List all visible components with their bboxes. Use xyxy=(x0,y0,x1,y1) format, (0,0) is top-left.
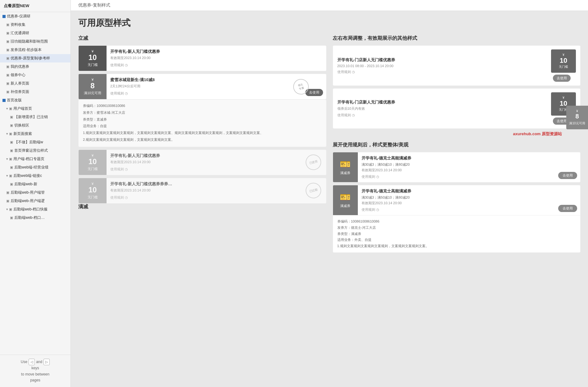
coupon-rule-c4[interactable]: 使用规则 ◷ xyxy=(110,195,322,200)
sidebar-item-label: 优惠券-仅调研 xyxy=(7,14,30,19)
sidebar-item-label: 用户端-档口专题页 xyxy=(13,156,44,162)
coupon-name-c3: 开学有礼-新人无门槛优惠券 xyxy=(110,153,322,159)
sidebar-item-s20[interactable]: ▾ ▣ 后勤web端-链接c xyxy=(0,172,71,180)
coupon-right-c3: 开学有礼-新人无门槛优惠券 有效期至2023.10.14 20:00 使用规则 … xyxy=(107,150,326,175)
right-coupon-name-r1: 开学有礼-门店新人无门槛优惠券 xyxy=(337,57,548,63)
sidebar-item-s14[interactable]: ▣ 切换校区 xyxy=(0,121,71,130)
sidebar-item-label: 发券流程-初步版本 xyxy=(11,47,42,53)
sidebar-item-s24[interactable]: ▾ ▣ 后勤端web-档口快服 xyxy=(0,205,71,214)
right-coupon-rule-r1[interactable]: 使用规则 ◷ xyxy=(337,70,548,74)
detail-business-b2: 适用业务：外卖、自提 xyxy=(337,237,576,243)
folder-icon: ▾ ▣ xyxy=(6,207,12,211)
sidebar-item-label: 后勤端web-档口快服 xyxy=(13,207,48,212)
use-label: Use xyxy=(21,359,27,365)
icon-label-b1: 满减券 xyxy=(340,171,350,175)
sidebar-item-label: 优惠券-原型复制/参考样 xyxy=(11,56,50,61)
coupon-card-c1: ¥ 10 无门槛 开学有礼-新人无门槛优惠券 有效期至2023.10.14 20… xyxy=(78,45,326,71)
sidebar-item-label: 补偿券页面 xyxy=(11,89,29,94)
sidebar-item-s5[interactable]: ▣ 发券流程-初步版本 xyxy=(0,46,71,54)
big-coupon-b2-top: 🎫 满减券 开学有礼-德克士高能满减券 满30减3；满50减10；满80减20 … xyxy=(333,185,581,215)
big-coupon-rule-b2[interactable]: 使用规则 ◷ xyxy=(362,207,577,212)
sidebar-item-s9[interactable]: ▣ 新人券页面 xyxy=(0,79,71,88)
sidebar-item-s21[interactable]: ▣ 后勤端web-新 xyxy=(0,180,71,188)
main: 优惠券-复制样式 可用原型样式 立减 ¥ 10 无门槛 开学有礼-新人无门 xyxy=(71,0,588,387)
sidebar-item-s25[interactable]: ▣ 后勤端web-档口… xyxy=(0,214,71,222)
right-coupon-validity-r1: 2023.10.01 08:00 - 2023.10.14 20:00 xyxy=(337,64,548,68)
coupon-validity-c2: 2天12时24分后可用 xyxy=(110,84,322,89)
sidebar-item-s12[interactable]: ▾ ▣ 用户端首页 xyxy=(0,104,71,113)
keys-label: keys xyxy=(4,365,67,371)
overlay-currency: ¥ xyxy=(576,109,578,113)
sidebar-item-s11[interactable]: 首页改版 xyxy=(0,96,71,104)
sidebar-item-s8[interactable]: ▣ 领券中心 xyxy=(0,71,71,79)
detail-issuer-c2: 发券方：蜜雪冰城-河工大店 xyxy=(83,110,322,116)
detail-rule1-b2: 1.规则文案规则文案规则文案规则，文案规则文案规则文案。 xyxy=(337,243,576,249)
big-use-btn-b1[interactable]: 去使用 xyxy=(558,172,577,179)
sidebar-item-s15[interactable]: ▾ ▣ 新页面搜索 xyxy=(0,130,71,138)
sidebar-item-s1[interactable]: 优惠券-仅调研 xyxy=(0,12,71,21)
amount-c2: 8 xyxy=(90,82,94,90)
sidebar-title: 点餐原型NEW xyxy=(0,0,71,12)
sidebar-item-s22[interactable]: ▣ 后勤端web-用户端管 xyxy=(0,188,71,197)
sidebar-item-label: 【新增需求】已注销 xyxy=(14,114,48,120)
right-coupon-rule-r2[interactable]: 使用规则 ◷ xyxy=(337,113,548,117)
coupon-rule-c1[interactable]: 使用规则 ◷ xyxy=(110,63,322,67)
sidebar-item-s13[interactable]: ▣ 【新增需求】已注销 xyxy=(0,113,71,121)
sidebar-item-s19[interactable]: ▣ 后勤web端-经营业绩 xyxy=(0,163,71,172)
sidebar-item-s7[interactable]: ▣ 我的优惠券 xyxy=(0,62,71,71)
big-coupon-b2: 🎫 满减券 开学有礼-德克士高能满减券 满30减3；满50减10；满80减20 … xyxy=(333,185,581,253)
overlay-amount: 8 xyxy=(575,113,579,120)
sidebar-item-label: 新人券页面 xyxy=(11,81,29,86)
sidebar-item-s18[interactable]: ▾ ▣ 用户端-档口专题页 xyxy=(0,155,71,163)
coupon-right-c4: 开学有礼-新人无门槛优惠券券券… 有效期至2023.10.14 20:00 使用… xyxy=(107,178,326,203)
currency-r2: ¥ xyxy=(563,96,564,99)
right-coupon-info-r2: 开学有礼-门店新人无门槛优惠券 领券后10天内有效 使用规则 ◷ xyxy=(337,99,548,117)
coupon-list: ¥ 10 无门槛 开学有礼-新人无门槛优惠券 有效期至2023.10.14 20… xyxy=(78,45,326,204)
big-coupon-conditions-b2: 满30减3；满50减10；满80减20 xyxy=(362,195,577,200)
right-amount-wrapper-r1: ¥ 10 无门槛 去使用 xyxy=(547,49,576,82)
coupon-icon-symbol-b1: 🎫 xyxy=(340,159,351,169)
big-coupon-rule-b1[interactable]: 使用规则 ◷ xyxy=(362,174,577,179)
coupon-rule-c2[interactable]: 使用规则 ◷ xyxy=(110,91,322,96)
sidebar-item-label: 后勤端web-新 xyxy=(14,182,37,187)
coupon-name-c2: 蜜雪冰城迎新生-满10减8 xyxy=(110,77,322,83)
page-icon: ▣ xyxy=(10,182,13,186)
big-coupon-validity-b1: 有效期至2023.10.14 20:00 xyxy=(362,168,577,173)
coupon-rule-c3[interactable]: 使用规则 ◷ xyxy=(110,167,322,172)
sidebar-item-label: 后勤web端-链接c xyxy=(13,173,42,178)
sidebar-item-s17[interactable]: ▣ 首页弹窗运营位样式 xyxy=(0,146,71,155)
right-coupon-validity-r2: 领券后10天内有效 xyxy=(337,106,548,111)
sidebar-item-label: 切换校区 xyxy=(14,123,29,128)
overlay-condition: 满10元可用 xyxy=(569,121,585,126)
sidebar-item-s6[interactable]: ▣ 优惠券-原型复制/参考样 xyxy=(0,54,71,62)
prev-key-button[interactable]: ◁ xyxy=(29,359,35,366)
sidebar-item-s3[interactable]: ▣ 汇优通调研 xyxy=(0,29,71,37)
sidebar-item-s23[interactable]: ▣ 后勤端web-用户端逻 xyxy=(0,197,71,205)
detail-type-b2: 券类型：满减券 xyxy=(337,231,576,237)
content-grid: 立减 ¥ 10 无门槛 开学有礼-新人无门槛优惠券 有效期至2023.10.14… xyxy=(78,35,581,255)
sidebar-item-s16[interactable]: ▣ 【不做】后勤端w xyxy=(0,138,71,146)
sidebar-item-s10[interactable]: ▣ 补偿券页面 xyxy=(0,88,71,96)
to-move-label: to move between xyxy=(4,371,67,377)
page-icon: ▣ xyxy=(6,65,9,69)
sidebar-item-label: 我的优惠券 xyxy=(11,64,29,69)
big-use-btn-b2[interactable]: 去使用 xyxy=(558,205,577,212)
big-coupon-body-b1: 开学有礼-德克士高能满减券 满30减3；满50减10；满80减20 有效期至20… xyxy=(358,152,581,182)
right-coupon-r1: 开学有礼-门店新人无门槛优惠券 2023.10.01 08:00 - 2023.… xyxy=(333,45,581,86)
and-label: and xyxy=(36,359,42,365)
detail-rule2-c2: 2.规则文案规则文案规则文案规则，文案规则文案规则文案。 xyxy=(83,137,322,143)
sidebar-item-s4[interactable]: ▣ 旧功能隐藏和影响范围 xyxy=(0,37,71,46)
sidebar-item-label: 后勤web端-经营业绩 xyxy=(14,165,48,170)
condition-r1: 无门槛 xyxy=(559,65,568,69)
coupon-name-c4: 开学有礼-新人无门槛优惠券券券… xyxy=(110,181,322,187)
page-icon: ▣ xyxy=(10,149,13,153)
page-icon: ▣ xyxy=(10,115,13,119)
next-key-button[interactable]: ▷ xyxy=(43,359,50,366)
main-body[interactable]: 可用原型样式 立减 ¥ 10 无门槛 开学有礼-新人无门槛优惠券 xyxy=(71,11,588,387)
sidebar-item-s2[interactable]: ▣ 资料收集 xyxy=(0,21,71,29)
sidebar-scroll[interactable]: 优惠券-仅调研 ▣ 资料收集 ▣ 汇优通调研 ▣ 旧功能隐藏和影响范围 ▣ 发券… xyxy=(0,12,71,355)
right-use-btn-r1[interactable]: 去使用 xyxy=(553,75,571,82)
right-coupon-info-r1: 开学有礼-门店新人无门槛优惠券 2023.10.01 08:00 - 2023.… xyxy=(337,57,548,74)
coupon-card-c4: ¥ 10 无门槛 开学有礼-新人无门槛优惠券券券… 有效期至2023.10.14… xyxy=(78,178,326,204)
condition-c1: 无门槛 xyxy=(88,62,98,67)
